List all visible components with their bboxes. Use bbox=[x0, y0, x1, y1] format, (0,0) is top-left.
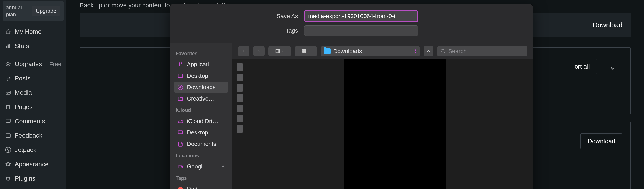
sidebar-item-downloads[interactable]: Downloads bbox=[174, 82, 228, 93]
upgrades-badge: Free bbox=[50, 61, 61, 68]
nav-label: Plugins bbox=[15, 175, 35, 182]
svg-rect-18 bbox=[304, 52, 306, 53]
sidebar-tag-red[interactable]: Red bbox=[174, 184, 228, 189]
nav-posts[interactable]: Posts bbox=[3, 71, 64, 86]
svg-rect-14 bbox=[276, 50, 280, 53]
sidebar-item-label: Applicati… bbox=[187, 61, 214, 68]
cloud-icon bbox=[177, 118, 184, 125]
nav-label: Jetpack bbox=[15, 146, 36, 154]
search-placeholder: Search bbox=[448, 48, 466, 55]
file-list bbox=[232, 59, 533, 189]
upgrades-icon bbox=[5, 61, 11, 67]
sidebar-item-documents[interactable]: Documents bbox=[174, 138, 228, 150]
chevron-left-icon bbox=[242, 49, 246, 53]
nav-stats[interactable]: Stats bbox=[3, 39, 64, 53]
group-button[interactable] bbox=[295, 46, 317, 56]
svg-rect-15 bbox=[302, 50, 304, 51]
nav-back-button[interactable] bbox=[238, 46, 250, 56]
dialog-sidebar: Favorites Applicati… Desktop Downloads C… bbox=[170, 43, 232, 189]
comments-icon bbox=[5, 118, 11, 124]
nav-home[interactable]: My Home bbox=[3, 24, 64, 39]
dialog-header: Save As: Tags: bbox=[170, 4, 533, 43]
favorites-header: Favorites bbox=[176, 51, 228, 56]
home-icon bbox=[5, 29, 11, 35]
nav-plugins[interactable]: Plugins bbox=[3, 171, 64, 186]
preview-column bbox=[344, 59, 446, 189]
chevron-down-icon bbox=[308, 50, 310, 52]
nav-media[interactable]: Media bbox=[3, 86, 64, 100]
sidebar-item-creative[interactable]: Creative… bbox=[174, 93, 228, 104]
document-icon bbox=[177, 141, 184, 148]
svg-rect-17 bbox=[302, 52, 304, 53]
media-icon bbox=[5, 90, 11, 96]
browser-toolbar: Downloads ▲▼ Search bbox=[232, 43, 533, 59]
posts-icon bbox=[5, 75, 11, 82]
sidebar-item-google[interactable]: Googl… bbox=[174, 161, 228, 172]
sidebar-item-desktop[interactable]: Desktop bbox=[174, 70, 228, 82]
file-item[interactable] bbox=[234, 124, 342, 134]
file-column-1[interactable] bbox=[232, 59, 344, 189]
file-icon bbox=[236, 94, 243, 102]
file-item[interactable] bbox=[234, 83, 342, 93]
file-item[interactable] bbox=[234, 62, 342, 72]
search-input[interactable]: Search bbox=[437, 46, 528, 56]
pages-icon bbox=[5, 104, 11, 110]
svg-rect-6 bbox=[6, 106, 9, 109]
svg-rect-7 bbox=[6, 134, 10, 138]
view-mode-button[interactable] bbox=[268, 46, 291, 56]
stats-icon bbox=[5, 43, 11, 49]
expand-toggle[interactable] bbox=[603, 59, 622, 78]
sidebar-item-icloud-drive[interactable]: iCloud Dri… bbox=[174, 116, 228, 127]
file-item[interactable] bbox=[234, 93, 342, 103]
file-item[interactable] bbox=[234, 114, 342, 124]
jetpack-icon bbox=[5, 147, 11, 153]
chevron-down-icon bbox=[282, 50, 284, 52]
file-icon bbox=[236, 74, 243, 81]
nav-label: My Home bbox=[15, 28, 42, 35]
location-select[interactable]: Downloads ▲▼ bbox=[321, 46, 420, 56]
grid-icon bbox=[302, 49, 306, 54]
save-as-input[interactable] bbox=[304, 10, 418, 22]
nav-upgrades[interactable]: Upgrades Free bbox=[3, 57, 64, 71]
eject-icon[interactable] bbox=[221, 165, 225, 169]
save-as-label: Save As: bbox=[179, 13, 304, 20]
download-button-2[interactable]: Download bbox=[580, 133, 622, 149]
wp-admin-sidebar: annual plan Upgrade My Home Stats Upgrad… bbox=[0, 0, 66, 189]
file-icon bbox=[236, 115, 243, 122]
nav-comments[interactable]: Comments bbox=[3, 114, 64, 129]
nav-feedback[interactable]: Feedback bbox=[3, 129, 64, 143]
dialog-body: Favorites Applicati… Desktop Downloads C… bbox=[170, 43, 533, 189]
sidebar-item-label: Desktop bbox=[187, 72, 208, 79]
download-link[interactable]: Download bbox=[593, 21, 622, 29]
file-item[interactable] bbox=[234, 72, 342, 83]
export-all-button[interactable]: ort all bbox=[568, 59, 597, 74]
chevron-right-icon bbox=[257, 49, 261, 53]
nav-appearance[interactable]: Appearance bbox=[3, 157, 64, 171]
chevron-down-icon bbox=[610, 65, 616, 71]
svg-point-13 bbox=[181, 167, 182, 167]
nav-pages[interactable]: Pages bbox=[3, 100, 64, 114]
nav-jetpack[interactable]: Jetpack bbox=[3, 143, 64, 157]
upgrade-button[interactable]: Upgrade bbox=[32, 5, 60, 16]
svg-rect-2 bbox=[9, 44, 10, 48]
svg-rect-16 bbox=[304, 50, 306, 51]
nav-label: Pages bbox=[15, 103, 32, 111]
red-tag-dot bbox=[178, 187, 183, 189]
sidebar-item-label: Desktop bbox=[187, 129, 208, 136]
divider bbox=[3, 55, 64, 55]
sidebar-item-icloud-desktop[interactable]: Desktop bbox=[174, 127, 228, 138]
sidebar-item-label: Downloads bbox=[187, 84, 216, 91]
desktop-icon bbox=[177, 73, 184, 79]
feedback-icon bbox=[5, 133, 11, 139]
file-item[interactable] bbox=[234, 103, 342, 114]
tags-label: Tags: bbox=[179, 27, 304, 34]
nav-label: Upgrades bbox=[15, 60, 42, 68]
nav-forward-button[interactable] bbox=[253, 46, 265, 56]
sidebar-item-applications[interactable]: Applicati… bbox=[174, 59, 228, 70]
tags-input[interactable] bbox=[304, 25, 418, 36]
downloads-icon bbox=[177, 84, 184, 91]
drive-icon bbox=[177, 163, 184, 170]
locations-header: Locations bbox=[176, 153, 228, 159]
collapse-button[interactable] bbox=[424, 46, 434, 56]
svg-point-4 bbox=[7, 92, 8, 93]
